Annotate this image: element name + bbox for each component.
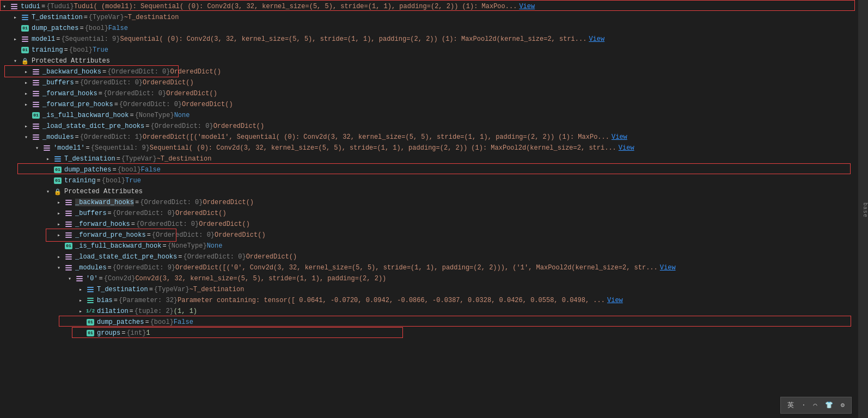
toggle-arrow[interactable] bbox=[44, 176, 52, 185]
tree-row[interactable]: _modules = {OrderedDict: 1} OrderedDict(… bbox=[0, 132, 858, 143]
tree-row[interactable]: 01dump_patches = {bool} False bbox=[0, 317, 858, 328]
toggle-arrow[interactable] bbox=[76, 329, 85, 337]
toggle-arrow[interactable] bbox=[76, 307, 85, 316]
toggle-arrow[interactable] bbox=[44, 187, 52, 196]
tree-row[interactable]: 'model1' = {Sequential: 9} Sequential( (… bbox=[0, 143, 858, 153]
var-name: _backward_hooks bbox=[42, 68, 101, 76]
var-value: ~T_destination bbox=[157, 155, 212, 163]
var-value: OrderedDict() bbox=[246, 253, 297, 261]
var-name: training bbox=[32, 46, 63, 54]
type-info: {Sequential: 9} bbox=[61, 35, 120, 43]
toggle-arrow[interactable] bbox=[65, 274, 74, 283]
type-info: {TypeVar} bbox=[154, 286, 190, 293]
tree-row[interactable]: _buffers = {OrderedDict: 0} OrderedDict(… bbox=[0, 208, 858, 219]
type-info: {OrderedDict: 0} bbox=[80, 79, 143, 87]
right-sidebar: base bbox=[858, 0, 868, 418]
type-info: {Parameter: 32} bbox=[119, 297, 178, 304]
tree-row[interactable]: bias = {Parameter: 32} Parameter contain… bbox=[0, 295, 858, 306]
toggle-arrow[interactable] bbox=[11, 13, 20, 22]
tree-row[interactable]: _forward_hooks = {OrderedDict: 0} Ordere… bbox=[0, 219, 858, 230]
tree-row[interactable]: _buffers = {OrderedDict: 0} OrderedDict(… bbox=[0, 77, 858, 88]
toggle-arrow[interactable] bbox=[11, 24, 20, 33]
tree-row[interactable]: _load_state_dict_pre_hooks = {OrderedDic… bbox=[0, 251, 858, 262]
tree-row[interactable]: 01_is_full_backward_hook = {NoneType} No… bbox=[0, 110, 858, 121]
tree-row[interactable]: _forward_pre_hooks = {OrderedDict: 0} Or… bbox=[0, 230, 858, 241]
tree-row[interactable]: _load_state_dict_pre_hooks = {OrderedDic… bbox=[0, 121, 858, 132]
toolbar-lang[interactable]: 英 bbox=[785, 399, 796, 411]
main-container: tudui = {Tudui} Tudui( (model1): Sequent… bbox=[0, 0, 868, 418]
toggle-arrow[interactable] bbox=[44, 155, 52, 163]
tree-row[interactable]: 🔒Protected Attributes bbox=[0, 56, 858, 66]
tree-row[interactable]: '0' = {Conv2d} Conv2d(3, 32, kernel_size… bbox=[0, 273, 858, 284]
toggle-arrow[interactable] bbox=[76, 285, 85, 294]
toggle-arrow[interactable] bbox=[0, 2, 9, 11]
tree-row[interactable]: 01dump_patches = {bool} False bbox=[0, 23, 858, 34]
debug-panel[interactable]: tudui = {Tudui} Tudui( (model1): Sequent… bbox=[0, 0, 858, 418]
var-name: T_destination bbox=[97, 286, 148, 293]
toggle-arrow[interactable] bbox=[22, 111, 30, 120]
tree-row[interactable]: 01training = {bool} True bbox=[0, 45, 858, 56]
var-value: False bbox=[141, 166, 161, 174]
toolbar-dot[interactable]: · bbox=[799, 401, 808, 410]
tree-row[interactable]: tudui = {Tudui} Tudui( (model1): Sequent… bbox=[0, 1, 858, 12]
bars-purple-icon bbox=[64, 263, 73, 272]
tree-row[interactable]: 1/2dilation = {tuple: 2} (1, 1) bbox=[0, 306, 858, 317]
tree-row[interactable]: 01groups = {int} 1 bbox=[0, 328, 858, 339]
view-link[interactable]: View bbox=[519, 3, 535, 10]
toggle-arrow[interactable] bbox=[22, 133, 30, 142]
toggle-arrow[interactable] bbox=[44, 165, 52, 174]
toolbar-arc[interactable]: ⌒ bbox=[811, 400, 820, 410]
toggle-arrow[interactable] bbox=[54, 231, 63, 239]
var-value: OrderedDict() bbox=[199, 220, 250, 228]
toggle-arrow[interactable] bbox=[22, 67, 30, 76]
toggle-arrow[interactable] bbox=[76, 296, 85, 305]
toggle-arrow[interactable] bbox=[54, 220, 63, 229]
var-value: True bbox=[125, 177, 141, 185]
toggle-arrow[interactable] bbox=[76, 318, 85, 327]
type-info: {OrderedDict: 0} bbox=[107, 68, 170, 76]
view-link[interactable]: View bbox=[619, 144, 634, 152]
tree-row[interactable]: _backward_hooks = {OrderedDict: 0} Order… bbox=[0, 66, 858, 77]
type-info: {OrderedDict: 0} bbox=[152, 231, 215, 239]
toggle-arrow[interactable] bbox=[54, 209, 63, 218]
toggle-arrow[interactable] bbox=[22, 78, 30, 87]
toggle-arrow[interactable] bbox=[54, 253, 63, 261]
tree-row[interactable]: _modules = {OrderedDict: 9} OrderedDict(… bbox=[0, 262, 858, 273]
toggle-arrow[interactable] bbox=[22, 100, 30, 109]
view-link[interactable]: View bbox=[612, 133, 627, 141]
type-info: {OrderedDict: 0} bbox=[103, 90, 166, 97]
var-name: _is_full_backward_hook bbox=[42, 112, 129, 119]
tree-row[interactable]: T_destination = {TypeVar} ~T_destination bbox=[0, 12, 858, 23]
toolbar-shirt[interactable]: 👕 bbox=[823, 400, 835, 410]
view-link[interactable]: View bbox=[607, 297, 623, 304]
toggle-arrow[interactable] bbox=[33, 144, 41, 152]
tree-row[interactable]: _forward_hooks = {OrderedDict: 0} Ordere… bbox=[0, 88, 858, 99]
tree-row[interactable]: 01dump_patches = {bool} False bbox=[0, 164, 858, 175]
tree-row[interactable]: _backward_hooks = {OrderedDict: 0} Order… bbox=[0, 197, 858, 208]
var-name: T_destination bbox=[64, 155, 115, 163]
toolbar-settings[interactable]: ⚙ bbox=[839, 400, 847, 410]
toggle-arrow[interactable] bbox=[22, 89, 30, 98]
type-info: {OrderedDict: 0} bbox=[183, 253, 246, 261]
tree-row[interactable]: T_destination = {TypeVar} ~T_destination bbox=[0, 153, 858, 164]
toggle-arrow[interactable] bbox=[22, 122, 30, 131]
tree-row[interactable]: 🔒Protected Attributes bbox=[0, 186, 858, 197]
bool-icon: 01 bbox=[21, 24, 29, 33]
toggle-arrow[interactable] bbox=[54, 242, 63, 250]
tree-row[interactable]: 01training = {bool} True bbox=[0, 175, 858, 186]
var-name: _forward_hooks bbox=[75, 220, 130, 228]
var-value: 1 bbox=[146, 329, 150, 337]
toggle-arrow[interactable] bbox=[54, 263, 63, 272]
toggle-arrow[interactable] bbox=[11, 35, 20, 44]
type-info: {bool} bbox=[118, 166, 141, 174]
toggle-arrow[interactable] bbox=[11, 57, 20, 65]
view-link[interactable]: View bbox=[589, 35, 604, 43]
toggle-arrow[interactable] bbox=[54, 198, 63, 207]
toggle-arrow[interactable] bbox=[11, 46, 20, 54]
view-link[interactable]: View bbox=[660, 264, 676, 272]
tree-row[interactable]: model1 = {Sequential: 9} Sequential( (0)… bbox=[0, 34, 858, 45]
bars-purple-icon bbox=[64, 198, 73, 207]
tree-row[interactable]: T_destination = {TypeVar} ~T_destination bbox=[0, 284, 858, 295]
tree-row[interactable]: 01_is_full_backward_hook = {NoneType} No… bbox=[0, 241, 858, 251]
tree-row[interactable]: _forward_pre_hooks = {OrderedDict: 0} Or… bbox=[0, 99, 858, 110]
